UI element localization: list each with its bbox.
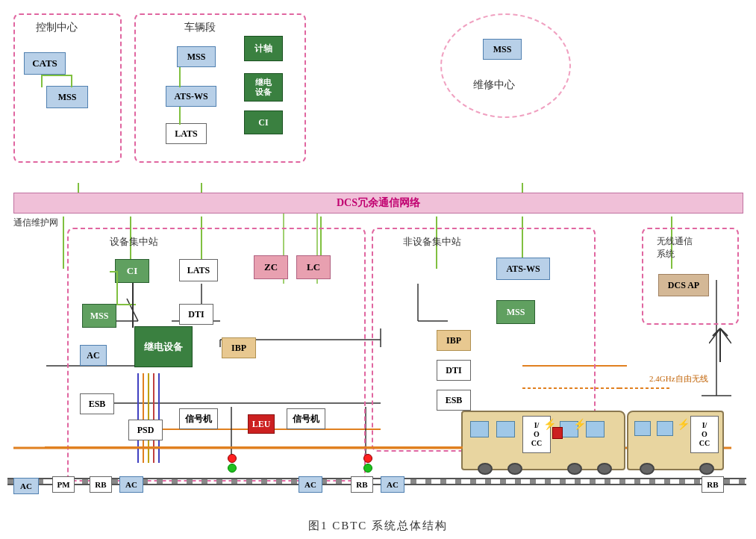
- signal-nec-box2: 信号机: [287, 408, 325, 429]
- relay-ec-box: 继电设备: [134, 326, 193, 367]
- train-left: I/ O CC ⚡ ⚡: [461, 411, 625, 470]
- leu-box: LEU: [248, 414, 275, 434]
- lats-vd-box: LATS: [166, 123, 207, 144]
- train-right: I/ O CC ⚡: [627, 411, 724, 470]
- cats-box: CATS: [24, 52, 66, 75]
- ac-right2-box: AC: [381, 476, 404, 493]
- esb-nec-box: ESB: [437, 390, 471, 411]
- psd-ec-box: PSD: [128, 420, 163, 440]
- ac-bottom-left: AC: [13, 478, 39, 494]
- maintenance-center-region: 维修中心 MSS: [440, 13, 571, 118]
- jizhu-box: 计轴: [244, 36, 283, 61]
- pm-box: PM: [52, 476, 75, 493]
- mss-cc-box: MSS: [46, 86, 88, 108]
- control-center-label: 控制中心: [36, 21, 78, 34]
- track-rail-top: [7, 478, 746, 479]
- wireless-comm-region: 无线通信 系统 DCS AP: [642, 228, 739, 325]
- dcs-ap-box: DCS AP: [658, 274, 709, 296]
- wheel-5: [640, 463, 655, 475]
- equipment-concentration-label: 设备集中站: [110, 235, 158, 249]
- lightning-left: ⚡: [543, 418, 556, 431]
- mss-ec-box: MSS: [82, 304, 116, 328]
- io-cc-right: I/ O CC: [690, 416, 719, 453]
- ci-vd-box: CI: [244, 110, 283, 134]
- wireless-freq-label: 2.4GHz自由无线: [649, 373, 708, 384]
- ci-ec-box: CI: [115, 259, 149, 283]
- signal-light-2: [363, 454, 374, 475]
- relay-vd-box: 继电 设备: [244, 73, 283, 102]
- mss-vd-box: MSS: [177, 46, 216, 67]
- wheel-3: [567, 463, 582, 475]
- ac-mid1-box: AC: [119, 476, 143, 493]
- vehicle-depot-label: 车辆段: [184, 21, 216, 34]
- equipment-concentration-region: 设备集中站 CI LATS ZC LC MSS DTI IBP 继电设备: [67, 228, 366, 482]
- wheel-1: [478, 463, 493, 475]
- antenna-icon: [709, 321, 731, 366]
- orange-bus-line: [45, 446, 463, 449]
- ibp-nec-box: IBP: [437, 330, 471, 351]
- rb-3-box: RB: [702, 476, 724, 493]
- main-container: 控制中心 CATS MSS 车辆段 MSS ATS-WS LATS 计轴: [0, 0, 756, 539]
- dcs-network-bar: DCS冗余通信网络: [13, 193, 743, 214]
- mss-nec-box: MSS: [496, 300, 535, 324]
- ac-left-box: AC: [80, 345, 107, 366]
- wheel-2: [507, 463, 522, 475]
- lightning-train-right: ⚡: [677, 418, 690, 431]
- zc-box: ZC: [254, 255, 288, 279]
- wheel-6: [699, 463, 714, 475]
- non-equipment-concentration-label: 非设备集中站: [403, 235, 461, 249]
- track-rail-bottom: [7, 484, 746, 485]
- wheel-4: [597, 463, 612, 475]
- ibp-ec-box: IBP: [222, 337, 256, 358]
- ats-ws-nec-box: ATS-WS: [496, 258, 550, 280]
- lats-ec-box: LATS: [179, 259, 218, 281]
- lightning-right: ⚡: [573, 418, 586, 431]
- dti-nec-box: DTI: [437, 360, 471, 381]
- maintenance-center-label: 维修中心: [473, 78, 515, 92]
- comm-maintenance-label: 通信维护网: [13, 216, 58, 229]
- rb-2-box: RB: [351, 476, 373, 493]
- wireless-comm-label: 无线通信 系统: [657, 235, 693, 261]
- vehicle-depot-region: 车辆段 MSS ATS-WS LATS 计轴 继电 设备 CI: [134, 13, 306, 163]
- figure-caption: 图1 CBTC 系统总体结构: [0, 519, 756, 533]
- signal-ec-box: 信号机: [179, 408, 218, 429]
- svg-line-41: [720, 328, 731, 343]
- lc-box: LC: [296, 255, 331, 279]
- mss-maint-box: MSS: [483, 39, 522, 60]
- rb-1-box: RB: [90, 476, 112, 493]
- esb-ec-box: ESB: [80, 393, 114, 414]
- signal-light-1: [228, 454, 238, 475]
- ats-ws-vd-box: ATS-WS: [166, 86, 216, 107]
- ac-mid2-box: AC: [299, 476, 322, 493]
- svg-line-40: [709, 328, 720, 343]
- control-center-region: 控制中心 CATS MSS: [13, 13, 122, 163]
- dti-ec-box: DTI: [179, 304, 213, 325]
